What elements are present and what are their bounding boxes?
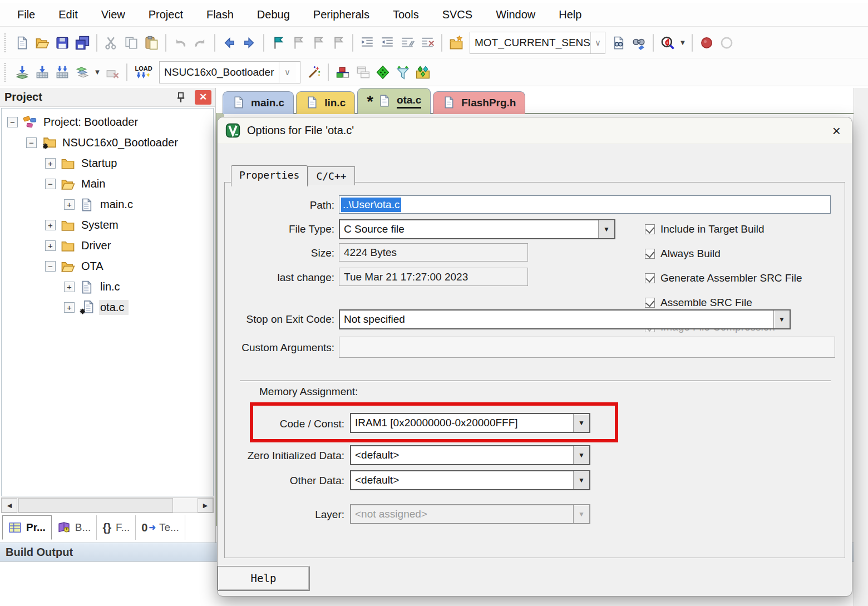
books-tab[interactable]: B... [52,515,97,540]
templates-tab[interactable]: 0 ➜ Te... [135,515,185,540]
build-icon[interactable] [32,62,52,83]
scrollbar-thumb[interactable] [18,498,173,513]
save-all-icon[interactable] [72,32,92,53]
manage-layers-icon[interactable] [353,62,373,83]
tree-item-group-main[interactable]: − Main [40,174,213,194]
copy-icon[interactable] [121,32,141,53]
tree-expander[interactable]: − [45,179,56,189]
toolbar-grip[interactable] [4,63,10,82]
uncomment-icon[interactable] [417,32,437,53]
unindent-icon[interactable] [377,32,397,53]
tree-expander[interactable]: − [7,117,18,127]
incremental-find-icon[interactable] [629,32,649,53]
tree-item-group-driver[interactable]: + Driver [40,235,213,256]
next-bookmark-icon[interactable] [288,32,308,53]
project-horizontal-scrollbar[interactable]: ◀ ▶ [1,497,214,513]
chevron-down-icon[interactable]: ▼ [773,311,790,328]
scroll-left-icon[interactable]: ◀ [2,498,17,513]
dialog-title-bar[interactable]: Options for File 'ota.c' × [218,117,852,144]
always-build-checkbox[interactable] [645,249,655,259]
batch-build-caret-icon[interactable]: ▼ [92,62,102,83]
translate-file-icon[interactable] [12,62,32,83]
menu-item[interactable]: Flash [195,5,245,24]
cut-icon[interactable] [101,32,121,53]
undo-icon[interactable] [170,32,190,53]
menu-item[interactable]: SVCS [431,5,484,24]
stop-on-exit-select[interactable]: Not specified ▼ [339,309,791,329]
project-tab[interactable]: Pr... [2,515,52,540]
enable-breakpoint-icon[interactable] [717,32,737,53]
tree-item-file-main-c[interactable]: + main.c [58,194,213,215]
tree-item-project-bootloader[interactable]: − Project: Bootloader [2,112,213,132]
include-in-target-build-checkbox[interactable] [645,224,655,234]
manage-project-items-icon[interactable] [333,62,353,83]
menu-item[interactable]: Debug [245,5,302,24]
previous-bookmark-icon[interactable] [308,32,328,53]
file-type-select[interactable]: C Source file ▼ [339,219,615,239]
generate-assembler-src-file-checkbox[interactable] [645,273,655,283]
chevron-down-icon[interactable]: ▼ [573,446,589,464]
dialog-tab-properties[interactable]: Properties [231,165,308,186]
pack-installer-icon[interactable] [413,62,433,83]
insert-breakpoint-icon[interactable] [697,32,717,53]
paste-icon[interactable] [141,32,161,53]
tree-item-group-ota[interactable]: − OTA [40,256,213,277]
save-icon[interactable] [52,32,72,53]
editor-tab-flashprg-h[interactable]: FlashPrg.h [433,91,525,114]
open-file-icon[interactable] [32,32,52,53]
menu-item[interactable]: File [6,5,47,24]
close-dialog-icon[interactable]: × [832,124,841,138]
assemble-src-file-checkbox[interactable] [645,298,655,308]
find-in-files-icon[interactable] [446,32,466,53]
target-options-icon[interactable] [304,62,324,83]
chevron-down-icon[interactable]: ∨ [279,62,296,83]
close-panel-button[interactable]: ✕ [195,90,211,105]
scroll-right-icon[interactable]: ▶ [198,498,213,513]
manage-runtime-environment-icon[interactable] [373,62,393,83]
help-button[interactable]: Help [218,566,309,590]
toolbar-grip[interactable] [4,33,10,52]
debug-find-caret-icon[interactable]: ▼ [678,32,688,53]
chevron-down-icon[interactable]: ▼ [598,220,614,238]
tree-expander[interactable]: + [45,220,56,230]
clear-bookmarks-icon[interactable] [328,32,348,53]
tree-expander[interactable]: − [26,137,37,148]
tree-item-group-system[interactable]: + System [40,215,213,235]
other-data-select[interactable]: <default> ▼ [350,470,590,490]
batch-build-icon[interactable] [72,62,92,83]
menu-item[interactable]: Help [547,5,593,24]
chevron-down-icon[interactable]: ▼ [573,471,589,489]
menu-item[interactable]: Peripherals [302,5,381,24]
tree-expander[interactable]: + [45,240,56,251]
menu-item[interactable]: View [90,5,137,24]
target-select-combobox[interactable]: NSUC16x0_Bootloader ∨ [159,61,300,83]
dialog-tab-c-cpp[interactable]: C/C++ [308,166,354,185]
stop-build-icon[interactable] [102,62,122,83]
functions-tab[interactable]: {} F... [96,515,135,540]
tree-expander[interactable]: − [45,261,56,272]
navigate-back-icon[interactable] [219,32,239,53]
search-text-combobox[interactable]: MOT_CURRENT_SENSE_L ∨ [470,32,605,54]
tree-item-file-lin-c[interactable]: + lin.c [58,277,213,297]
editor-tab-main-c[interactable]: main.c [223,91,294,114]
tree-item-nsuc16x0-bootloader[interactable]: − NSUC16x0_Bootloader [21,132,213,153]
indent-icon[interactable] [357,32,377,53]
select-software-packs-icon[interactable] [393,62,413,83]
menu-item[interactable]: Window [484,5,547,24]
zero-initialized-data-select[interactable]: <default> ▼ [350,445,590,465]
rebuild-icon[interactable] [52,62,72,83]
editor-tab-lin-c[interactable]: lin.c [296,91,355,114]
insert-bookmark-icon[interactable] [268,32,288,53]
comment-icon[interactable] [397,32,417,53]
redo-icon[interactable] [190,32,210,53]
menu-item[interactable]: Tools [381,5,431,24]
tree-item-group-startup[interactable]: + Startup [40,153,213,174]
tree-expander[interactable]: + [64,282,75,292]
find-in-files-dialog-icon[interactable] [609,32,629,53]
chevron-down-icon[interactable]: ∨ [590,32,605,53]
tree-expander[interactable]: + [64,199,75,210]
tree-expander[interactable]: + [45,158,56,169]
debug-find-icon[interactable] [658,32,678,53]
menu-item[interactable]: Edit [47,5,89,24]
new-file-icon[interactable] [12,32,32,53]
